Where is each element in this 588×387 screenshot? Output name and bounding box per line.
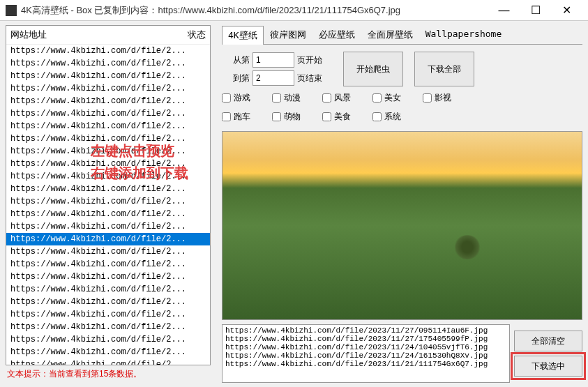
url-item[interactable]: https://www.4kbizhi.com/d/file/2... [6,346,210,358]
url-item[interactable]: https://www.4kbizhi.com/d/file/2... [6,82,210,95]
download-item[interactable]: https://www.4kbizhi.com/d/file/2023/11/2… [225,360,506,368]
url-item[interactable]: https://www.4kbizhi.com/d/file/2... [6,245,210,258]
to-page-input[interactable] [252,70,294,86]
url-item[interactable]: https://www.4kbizhi.com/d/file/2... [6,107,210,120]
category-萌物[interactable]: 萌物 [272,111,322,123]
url-item[interactable]: https://www.4kbizhi.com/d/file/2... [6,321,210,333]
url-item[interactable]: https://www.4kbizhi.com/d/file/2... [6,308,210,321]
url-item[interactable]: https://www.4kbizhi.com/d/file/2... [6,145,210,158]
left-panel: 网站地址 状态 https://www.4kbizhi.com/d/file/2… [0,21,216,387]
preview-area[interactable] [222,131,582,320]
tab-0[interactable]: 4K壁纸 [222,26,264,45]
download-selected-button[interactable]: 下载选中 [514,356,582,377]
url-item[interactable]: https://www.4kbizhi.com/d/file/2... [6,220,210,233]
category-row-2: 跑车萌物美食系统 [222,109,582,124]
category-label: 游戏 [234,92,250,104]
right-panel: 4K壁纸彼岸图网必应壁纸全面屏壁纸Wallpapershome 从第 页开始 到… [216,21,588,387]
download-list[interactable]: https://www.4kbizhi.com/d/file/2023/11/2… [222,324,510,383]
controls: 从第 页开始 到第 页结束 开始爬虫 下载全部 游戏动漫风景美女影视 跑车萌物美… [222,49,582,127]
category-checkbox[interactable] [272,112,281,121]
category-label: 风景 [334,92,351,104]
tab-3[interactable]: 全面屏壁纸 [361,25,419,44]
tabs: 4K壁纸彼岸图网必应壁纸全面屏壁纸Wallpapershome [222,25,582,45]
clear-all-button[interactable]: 全部清空 [514,331,582,351]
url-item[interactable]: https://www.4kbizhi.com/d/file/2... [6,120,210,132]
from-suffix: 页开始 [297,54,332,66]
category-checkbox[interactable] [322,93,331,103]
minimize-button[interactable]: — [488,0,520,21]
url-item[interactable]: https://www.4kbizhi.com/d/file/2... [6,208,210,220]
category-checkbox[interactable] [272,93,281,103]
url-item[interactable]: https://www.4kbizhi.com/d/file/2... [6,45,210,57]
category-游戏[interactable]: 游戏 [222,92,272,104]
status-text: 文本提示：当前查看到第15条数据。 [6,365,211,383]
start-crawl-button[interactable]: 开始爬虫 [343,52,403,86]
preview-image [223,132,582,319]
tab-4[interactable]: Wallpapershome [419,25,508,44]
close-button[interactable]: ✕ [551,0,582,21]
category-动漫[interactable]: 动漫 [272,92,322,104]
category-checkbox[interactable] [423,93,432,103]
url-item[interactable]: https://www.4kbizhi.com/d/file/2... [6,271,210,283]
category-影视[interactable]: 影视 [423,92,473,104]
from-label: 从第 [222,54,250,66]
maximize-button[interactable]: ☐ [520,0,551,21]
category-label: 萌物 [284,111,301,123]
tab-2[interactable]: 必应壁纸 [312,25,361,44]
from-page-input[interactable] [252,52,294,68]
url-item[interactable]: https://www.4kbizhi.com/d/file/2... [6,258,210,271]
url-item[interactable]: https://www.4kbizhi.com/d/file/2... [6,333,210,346]
url-item[interactable]: https://www.4kbizhi.com/d/file/2... [6,70,210,82]
url-list-box: 网站地址 状态 https://www.4kbizhi.com/d/file/2… [6,25,211,365]
download-item[interactable]: https://www.4kbizhi.com/d/file/2023/11/2… [225,326,506,335]
url-item[interactable]: https://www.4kbizhi.com/d/file/2... [6,358,210,365]
download-item[interactable]: https://www.4kbizhi.com/d/file/2023/11/2… [225,351,506,360]
download-item[interactable]: https://www.4kbizhi.com/d/file/2023/11/2… [225,343,506,351]
url-header-status: 状态 [171,29,206,41]
category-checkbox[interactable] [222,112,231,121]
download-all-button[interactable]: 下载全部 [414,52,474,86]
category-label: 动漫 [284,92,301,104]
url-item[interactable]: https://www.4kbizhi.com/d/file/2... [6,158,210,170]
url-item[interactable]: https://www.4kbizhi.com/d/file/2... [6,296,210,308]
titlebar: 4K高清壁纸 - Box 已复制到内容：https://www.4kbizhi.… [0,0,588,21]
category-checkbox[interactable] [222,93,231,103]
url-item[interactable]: https://www.4kbizhi.com/d/file/2... [6,57,210,70]
app-icon [6,5,17,16]
category-label: 影视 [435,92,451,104]
category-系统[interactable]: 系统 [372,111,423,123]
to-suffix: 页结束 [297,73,332,84]
tab-1[interactable]: 彼岸图网 [264,25,312,44]
category-跑车[interactable]: 跑车 [222,111,272,123]
to-label: 到第 [222,73,250,84]
category-风景[interactable]: 风景 [322,92,372,104]
url-item[interactable]: https://www.4kbizhi.com/d/file/2... [6,283,210,296]
url-list[interactable]: https://www.4kbizhi.com/d/file/2...https… [6,45,210,365]
download-item[interactable]: https://www.4kbizhi.com/d/file/2023/11/2… [225,335,506,343]
url-item[interactable]: https://www.4kbizhi.com/d/file/2... [6,195,210,208]
category-label: 美女 [384,92,401,104]
category-label: 跑车 [234,111,250,123]
title-text: 4K高清壁纸 - Box 已复制到内容：https://www.4kbizhi.… [21,4,488,17]
category-checkbox[interactable] [372,112,382,121]
url-item[interactable]: https://www.4kbizhi.com/d/file/2... [6,183,210,195]
category-label: 美食 [334,111,351,123]
category-美食[interactable]: 美食 [322,111,372,123]
url-item[interactable]: https://www.4kbizhi.com/d/file/2... [6,233,210,245]
category-checkbox[interactable] [322,112,331,121]
category-美女[interactable]: 美女 [372,92,423,104]
category-label: 系统 [384,111,401,123]
preview-tree-icon [453,235,481,259]
url-header-address: 网站地址 [10,29,171,41]
url-item[interactable]: https://www.4kbizhi.com/d/file/2... [6,95,210,107]
url-item[interactable]: https://www.4kbizhi.com/d/file/2... [6,132,210,145]
category-checkbox[interactable] [372,93,382,103]
url-item[interactable]: https://www.4kbizhi.com/d/file/2... [6,170,210,183]
category-row-1: 游戏动漫风景美女影视 [222,91,582,105]
